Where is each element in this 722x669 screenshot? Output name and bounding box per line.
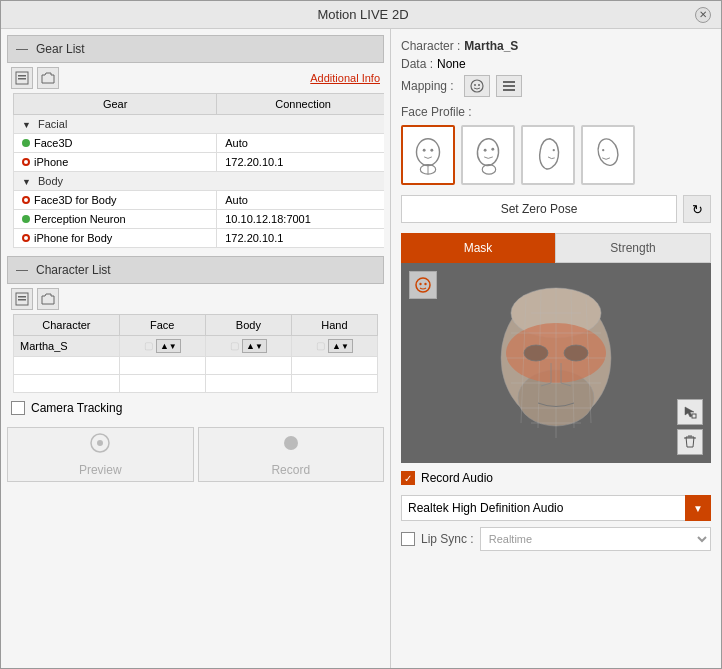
camera-tracking-checkbox[interactable]: [11, 401, 25, 415]
mapping-row: Mapping :: [401, 75, 711, 97]
svg-point-7: [97, 440, 103, 446]
connection-cell: 172.20.10.1: [217, 153, 384, 172]
table-row: iPhone for Body 172.20.10.1: [14, 229, 385, 248]
character-list-collapse[interactable]: —: [16, 263, 28, 277]
svg-rect-13: [503, 85, 515, 87]
record-button[interactable]: Record: [198, 427, 385, 482]
data-label: Data :: [401, 57, 433, 71]
table-row: Face3D for Body Auto: [14, 191, 385, 210]
preview-button[interactable]: Preview: [7, 427, 194, 482]
empty-row: [14, 357, 378, 375]
lip-sync-label: Lip Sync :: [421, 532, 474, 546]
svg-point-27: [416, 278, 430, 292]
gear-list-icons: [11, 67, 59, 89]
body-up-btn[interactable]: ▲▼: [242, 339, 267, 353]
record-audio-row: ✓ Record Audio: [401, 467, 711, 489]
svg-point-45: [524, 345, 548, 361]
body-cell: ▢ ▲▼: [205, 336, 291, 357]
close-button[interactable]: ✕: [695, 7, 711, 23]
set-zero-pose-button[interactable]: Set Zero Pose: [401, 195, 677, 223]
char-open-icon[interactable]: [37, 288, 59, 310]
svg-rect-2: [18, 78, 26, 80]
face-profile-quarter[interactable]: [461, 125, 515, 185]
face-profile-side[interactable]: [521, 125, 575, 185]
gear-table-wrapper: Gear Connection ▼ Facial: [7, 93, 384, 248]
body-bg-indicator: ▢: [230, 340, 239, 351]
refresh-button[interactable]: ↻: [683, 195, 711, 223]
camera-tracking-row: Camera Tracking: [1, 393, 390, 423]
table-row: Face3D Auto: [14, 134, 385, 153]
status-dot-red: [22, 196, 30, 204]
select-tool-btn[interactable]: [677, 399, 703, 425]
svg-point-25: [595, 137, 621, 168]
svg-point-18: [423, 149, 426, 152]
data-value: None: [437, 57, 466, 71]
status-dot-green: [22, 215, 30, 223]
audio-device-select[interactable]: Realtek High Definition Audio: [401, 495, 711, 521]
lip-sync-row: Lip Sync : Realtime: [401, 527, 711, 551]
face-profile-quarter-icon: [468, 131, 508, 179]
empty-row: [14, 375, 378, 393]
set-zero-row: Set Zero Pose ↻: [401, 195, 711, 223]
character-list-toolbar: [1, 284, 390, 314]
svg-point-24: [553, 149, 555, 151]
record-audio-checkbox[interactable]: ✓: [401, 471, 415, 485]
audio-device-select-wrapper: Realtek High Definition Audio ▼: [401, 495, 711, 521]
tabs-row: Mask Strength: [401, 233, 711, 263]
gear-col-header: Gear: [14, 94, 217, 115]
facial-group-label: Facial: [38, 118, 67, 130]
status-dot-green: [22, 139, 30, 147]
hand-up-btn[interactable]: ▲▼: [328, 339, 353, 353]
gear-list-toolbar: Additional Info: [1, 63, 390, 93]
svg-point-23: [491, 148, 494, 151]
svg-rect-5: [18, 299, 26, 301]
mapping-list-btn[interactable]: [496, 75, 522, 97]
connection-cell: 172.20.10.1: [217, 229, 384, 248]
svg-point-19: [430, 149, 433, 152]
mapping-face-btn[interactable]: [464, 75, 490, 97]
char-col-header: Character: [14, 315, 120, 336]
gear-list-collapse[interactable]: —: [16, 42, 28, 56]
record-label: Record: [271, 463, 310, 477]
face-profile-front[interactable]: [401, 125, 455, 185]
gear-new-icon[interactable]: [11, 67, 33, 89]
lip-sync-checkbox[interactable]: [401, 532, 415, 546]
character-list-icons: [11, 288, 59, 310]
body-col-header: Body: [205, 315, 291, 336]
gear-list-header: — Gear List: [7, 35, 384, 63]
hand-bg-indicator: ▢: [316, 340, 325, 351]
delete-tool-btn[interactable]: [677, 429, 703, 455]
body-collapse-icon[interactable]: ▼: [22, 177, 31, 187]
face-overlay-icon[interactable]: [409, 271, 437, 299]
window-title: Motion LIVE 2D: [31, 7, 695, 22]
svg-point-11: [478, 84, 480, 86]
tab-strength[interactable]: Strength: [555, 233, 711, 263]
status-dot-red: [22, 234, 30, 242]
right-tools: [677, 399, 703, 455]
main-content: — Gear List: [1, 29, 721, 668]
table-row: Perception Neuron 10.10.12.18:7001: [14, 210, 385, 229]
facial-collapse-icon[interactable]: ▼: [22, 120, 31, 130]
main-window: Motion LIVE 2D ✕ — Gear List: [0, 0, 722, 669]
connection-cell: Auto: [217, 134, 384, 153]
character-table-container: Character Face Body Hand Martha_S ▢ ▲▼: [7, 314, 384, 393]
camera-tracking-label: Camera Tracking: [31, 401, 122, 415]
record-icon: [280, 432, 302, 459]
gear-name-cell: iPhone: [14, 153, 217, 172]
gear-open-icon[interactable]: [37, 67, 59, 89]
face-profile-angle[interactable]: [581, 125, 635, 185]
realtime-select[interactable]: Realtime: [480, 527, 711, 551]
svg-point-26: [602, 149, 604, 151]
character-name-cell: Martha_S: [14, 336, 120, 357]
character-list-title: Character List: [36, 263, 111, 277]
char-new-icon[interactable]: [11, 288, 33, 310]
additional-info-link[interactable]: Additional Info: [310, 72, 380, 84]
preview-label: Preview: [79, 463, 122, 477]
gear-name-cell: iPhone for Body: [14, 229, 217, 248]
tab-mask[interactable]: Mask: [401, 233, 555, 263]
title-bar: Motion LIVE 2D ✕: [1, 1, 721, 29]
face-up-btn[interactable]: ▲▼: [156, 339, 181, 353]
face-profile-side-icon: [528, 131, 568, 179]
face-3d-wireframe: [476, 268, 636, 458]
svg-rect-1: [18, 75, 26, 77]
